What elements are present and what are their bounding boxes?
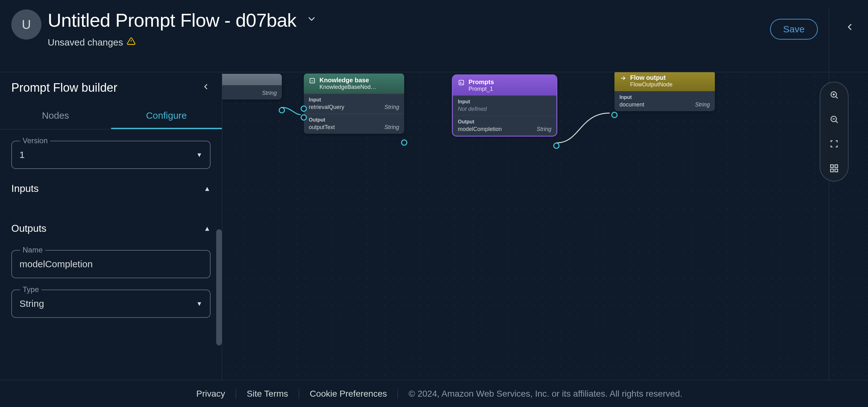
output-type: String bbox=[384, 124, 399, 130]
svg-line-5 bbox=[836, 97, 838, 98]
layout-icon[interactable] bbox=[827, 162, 841, 175]
tab-nodes[interactable]: Nodes bbox=[0, 103, 111, 129]
page-title: Untitled Prompt Flow - d07bak bbox=[48, 9, 297, 31]
outputs-section-header[interactable]: Outputs ▲ bbox=[11, 223, 211, 234]
node-header: Prompts Prompt_1 bbox=[453, 76, 556, 95]
output-name: outputText bbox=[309, 124, 335, 130]
zoom-in-icon[interactable] bbox=[827, 88, 841, 102]
zoom-out-icon[interactable] bbox=[827, 112, 841, 126]
footer-site-terms-link[interactable]: Site Terms bbox=[236, 389, 299, 399]
version-value: 1 bbox=[20, 149, 25, 160]
flow-output-icon bbox=[619, 75, 627, 82]
node-flow-input[interactable]: String bbox=[222, 74, 282, 99]
input-label: Input bbox=[458, 99, 551, 105]
sidebar: Prompt Flow builder Nodes Configure Vers… bbox=[0, 72, 222, 380]
outputs-label: Outputs bbox=[11, 223, 46, 234]
node-output-type: String bbox=[262, 90, 277, 96]
node-title: Knowledge base bbox=[319, 77, 376, 84]
output-name: modelCompletion bbox=[458, 126, 502, 133]
input-name: Not defined bbox=[458, 106, 487, 112]
svg-rect-11 bbox=[831, 165, 834, 168]
footer: Privacy Site Terms Cookie Preferences © … bbox=[0, 380, 868, 407]
fit-view-icon[interactable] bbox=[827, 137, 841, 151]
caret-up-icon: ▲ bbox=[204, 225, 211, 233]
footer-privacy-link[interactable]: Privacy bbox=[186, 389, 236, 399]
input-label: Input bbox=[309, 97, 399, 103]
node-input-section: Input document String bbox=[615, 91, 715, 111]
expand-right-panel-icon[interactable] bbox=[844, 21, 856, 35]
footer-copyright: © 2024, Amazon Web Services, Inc. or its… bbox=[398, 389, 682, 399]
input-name: document bbox=[619, 101, 644, 108]
svg-line-9 bbox=[836, 121, 838, 123]
knowledge-base-icon bbox=[309, 77, 316, 85]
svg-rect-3 bbox=[459, 80, 464, 85]
svg-rect-14 bbox=[835, 169, 838, 172]
node-output-section: Output outputText String bbox=[304, 114, 404, 134]
output-port[interactable] bbox=[553, 143, 560, 149]
svg-rect-13 bbox=[831, 169, 834, 172]
inputs-label: Inputs bbox=[11, 183, 39, 194]
input-port-top[interactable] bbox=[301, 106, 307, 112]
output-type-field: Type String ▼ bbox=[11, 290, 211, 318]
output-type-value: String bbox=[20, 298, 44, 309]
avatar: U bbox=[11, 9, 41, 39]
version-label: Version bbox=[20, 136, 50, 145]
input-type: String bbox=[695, 101, 710, 108]
output-type: String bbox=[537, 126, 551, 133]
output-name-label: Name bbox=[20, 245, 45, 254]
output-name-value: modelCompletion bbox=[20, 259, 93, 269]
output-label: Output bbox=[309, 117, 399, 123]
input-type: String bbox=[384, 104, 399, 111]
node-header bbox=[222, 74, 282, 85]
node-output-section: String bbox=[222, 85, 282, 99]
output-type-label: Type bbox=[20, 285, 41, 294]
footer-cookie-link[interactable]: Cookie Preferences bbox=[299, 389, 398, 399]
svg-rect-12 bbox=[835, 165, 838, 168]
prompts-icon bbox=[458, 79, 465, 87]
avatar-initial: U bbox=[22, 18, 31, 32]
node-input-section: Input Not defined bbox=[453, 95, 556, 116]
node-subtitle: Prompt_1 bbox=[468, 86, 494, 92]
caret-down-icon: ▼ bbox=[196, 300, 203, 308]
sidebar-title: Prompt Flow builder bbox=[11, 81, 117, 94]
output-port[interactable] bbox=[279, 107, 285, 113]
output-name-field: Name modelCompletion bbox=[11, 250, 211, 278]
save-button[interactable]: Save bbox=[770, 19, 818, 39]
warning-icon bbox=[127, 37, 135, 48]
node-header: Knowledge base KnowledgeBaseNod… bbox=[304, 74, 404, 94]
tab-configure[interactable]: Configure bbox=[111, 103, 222, 129]
node-title: Flow output bbox=[630, 74, 673, 81]
node-header: Flow output FlowOutputNode bbox=[615, 72, 715, 91]
node-subtitle: FlowOutputNode bbox=[630, 81, 673, 88]
collapse-sidebar-icon[interactable] bbox=[201, 82, 211, 94]
node-prompts[interactable]: Prompts Prompt_1 Input Not defined Outpu… bbox=[453, 76, 556, 136]
version-field: Version 1 ▼ bbox=[11, 141, 211, 169]
output-label: Output bbox=[458, 119, 551, 125]
main: Prompt Flow builder Nodes Configure Vers… bbox=[0, 72, 868, 380]
node-flow-output[interactable]: Flow output FlowOutputNode Input documen… bbox=[615, 72, 715, 111]
input-name: retrievalQuery bbox=[309, 104, 344, 111]
caret-down-icon: ▼ bbox=[196, 151, 203, 158]
sidebar-scrollbar[interactable] bbox=[216, 229, 222, 345]
title-dropdown-icon[interactable] bbox=[306, 13, 317, 27]
inputs-section-header[interactable]: Inputs ▲ bbox=[11, 183, 211, 194]
canvas[interactable]: String Knowledge base KnowledgeBaseNod… … bbox=[222, 72, 868, 380]
caret-up-icon: ▲ bbox=[204, 185, 211, 193]
output-port[interactable] bbox=[401, 140, 407, 146]
edge-prompts-to-output bbox=[556, 113, 610, 143]
node-subtitle: KnowledgeBaseNod… bbox=[319, 84, 376, 90]
zoom-panel bbox=[820, 82, 848, 181]
input-port-bottom[interactable] bbox=[301, 114, 307, 121]
node-input-section: Input retrievalQuery String bbox=[304, 94, 404, 114]
unsaved-changes-label: Unsaved changes bbox=[48, 37, 123, 48]
header: U Untitled Prompt Flow - d07bak Unsaved … bbox=[0, 0, 868, 72]
sidebar-tabs: Nodes Configure bbox=[0, 103, 222, 129]
node-knowledge-base[interactable]: Knowledge base KnowledgeBaseNod… Input r… bbox=[304, 74, 404, 134]
node-title: Prompts bbox=[468, 79, 494, 86]
node-output-section: Output modelCompletion String bbox=[453, 116, 556, 136]
input-label: Input bbox=[619, 94, 710, 100]
input-port[interactable] bbox=[611, 112, 618, 118]
